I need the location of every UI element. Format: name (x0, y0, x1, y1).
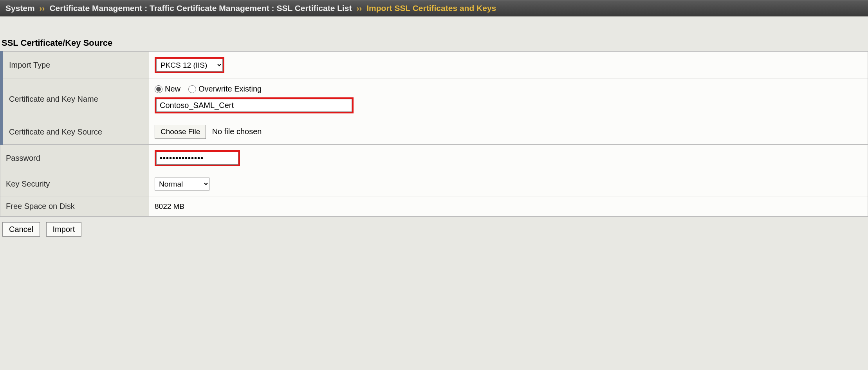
free-space-label: Free Space on Disk (0, 196, 149, 217)
breadcrumb-current: Import SSL Certificates and Keys (366, 4, 496, 13)
cert-name-input[interactable] (156, 99, 352, 112)
form-table: Import Type PKCS 12 (IIS) Certificate an… (0, 51, 868, 217)
import-type-label: Import Type (0, 52, 149, 79)
cert-name-radio-new-label: New (165, 84, 180, 93)
cert-key-source-label: Certificate and Key Source (0, 119, 149, 145)
password-input[interactable] (156, 152, 238, 165)
breadcrumb: System ›› Certificate Management : Traff… (0, 0, 868, 16)
breadcrumb-path[interactable]: Certificate Management : Traffic Certifi… (49, 4, 352, 13)
breadcrumb-sep-icon: ›› (40, 4, 45, 13)
cert-name-radio-overwrite[interactable] (188, 85, 196, 93)
file-chosen-status: No file chosen (212, 127, 262, 136)
password-label: Password (0, 145, 149, 172)
cert-name-highlight (155, 97, 354, 113)
import-type-highlight: PKCS 12 (IIS) (155, 57, 224, 73)
import-type-select[interactable]: PKCS 12 (IIS) (156, 59, 223, 72)
cancel-button[interactable]: Cancel (2, 222, 40, 237)
import-button[interactable]: Import (46, 222, 82, 237)
cert-name-radio-overwrite-label: Overwrite Existing (199, 84, 262, 93)
password-highlight (155, 150, 240, 166)
breadcrumb-root[interactable]: System (5, 4, 35, 13)
cert-key-name-label: Certificate and Key Name (0, 79, 149, 119)
free-space-value: 8022 MB (149, 196, 868, 217)
choose-file-button[interactable]: Choose File (155, 125, 206, 139)
cert-name-radio-new[interactable] (155, 85, 162, 93)
breadcrumb-sep-icon: ›› (356, 4, 362, 13)
key-security-label: Key Security (0, 172, 149, 196)
key-security-select[interactable]: Normal (155, 178, 209, 190)
section-title: SSL Certificate/Key Source (2, 38, 868, 48)
